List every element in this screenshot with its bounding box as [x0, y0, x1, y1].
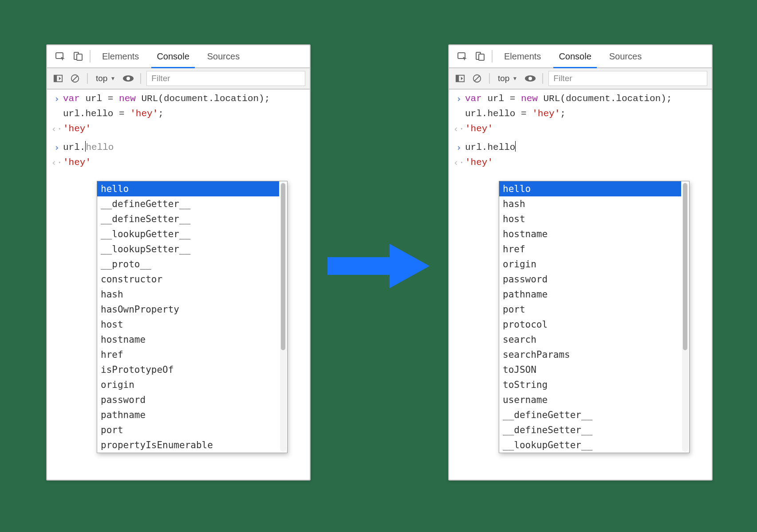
svg-line-6 [73, 76, 78, 81]
autocomplete-item-selected[interactable]: hello [97, 181, 279, 196]
live-expression-icon[interactable] [122, 72, 135, 85]
autocomplete-item[interactable]: __defineSetter__ [97, 211, 279, 227]
filter-placeholder: Filter [553, 74, 572, 83]
filter-input[interactable]: Filter [548, 71, 707, 86]
divider [90, 50, 91, 63]
context-label: top [96, 74, 107, 83]
autocomplete-item[interactable]: port [97, 422, 279, 438]
svg-rect-4 [54, 75, 57, 82]
autocomplete-item[interactable]: __proto__ [97, 257, 279, 272]
autocomplete-item[interactable]: host [97, 317, 279, 332]
autocomplete-item[interactable]: origin [97, 377, 279, 392]
tab-sources[interactable]: Sources [198, 45, 248, 67]
autocomplete-item[interactable]: port [499, 302, 681, 317]
autocomplete-item[interactable]: hasOwnProperty [97, 302, 279, 317]
clear-console-icon[interactable] [68, 72, 82, 85]
input-chevron-icon: › [51, 91, 63, 106]
tab-elements[interactable]: Elements [495, 45, 550, 67]
console-input-row-2: url.hello = 'hey'; [449, 106, 712, 121]
tab-console[interactable]: Console [148, 45, 198, 67]
preview-value: 'hey' [63, 155, 91, 170]
autocomplete-item[interactable]: hostname [97, 332, 279, 347]
autocomplete-item[interactable]: __lookupSetter__ [97, 242, 279, 257]
autocomplete-item[interactable]: hostname [499, 227, 681, 242]
autocomplete-item[interactable]: toString [499, 377, 681, 392]
autocomplete-item[interactable]: propertyIsEnumerable [97, 438, 279, 453]
transition-arrow-icon [323, 239, 434, 293]
device-toolbar-icon[interactable] [471, 47, 489, 65]
console-toolbar: top ▼ Filter [449, 68, 712, 90]
inspect-element-icon[interactable] [51, 47, 69, 65]
filter-input[interactable]: Filter [146, 71, 305, 86]
console-sidebar-toggle-icon[interactable] [453, 72, 467, 85]
autocomplete-item[interactable]: __defineGetter__ [499, 407, 681, 422]
autocomplete-item[interactable]: hash [97, 287, 279, 302]
autocomplete-item[interactable]: search [499, 332, 681, 347]
autocomplete-item[interactable]: isPrototypeOf [97, 362, 279, 377]
autocomplete-item[interactable]: constructor [97, 272, 279, 287]
tab-bar: Elements Console Sources [449, 45, 712, 68]
autocomplete-item[interactable]: username [499, 392, 681, 407]
autocomplete-item[interactable]: password [499, 272, 681, 287]
preview-value: 'hey' [465, 155, 493, 170]
live-expression-icon[interactable] [524, 72, 537, 85]
autocomplete-popup[interactable]: hello __defineGetter____defineSetter____… [97, 181, 288, 453]
clear-console-icon[interactable] [470, 72, 484, 85]
autocomplete-item[interactable]: password [97, 392, 279, 407]
devtools-panel-before: Elements Console Sources top ▼ Filter [46, 44, 311, 481]
context-label: top [498, 74, 509, 83]
divider [87, 73, 88, 84]
console-input-row: › var url = new URL(document.location); [47, 91, 310, 106]
console-output-row: ‹· 'hey' [47, 121, 310, 137]
output-chevron-icon: ‹· [453, 121, 465, 137]
autocomplete-item[interactable]: pathname [499, 287, 681, 302]
scrollbar[interactable] [682, 182, 688, 452]
tab-elements[interactable]: Elements [93, 45, 148, 67]
autocomplete-list[interactable]: hello hashhosthostnamehreforiginpassword… [499, 181, 689, 453]
autocomplete-item-selected[interactable]: hello [499, 181, 681, 196]
autocomplete-item[interactable]: protocol [499, 317, 681, 332]
device-toolbar-icon[interactable] [69, 47, 87, 65]
chevron-down-icon: ▼ [110, 75, 115, 82]
output-chevron-icon: ‹· [51, 155, 63, 170]
divider [542, 73, 543, 84]
autocomplete-item[interactable]: searchParams [499, 347, 681, 362]
output-chevron-icon: ‹· [453, 155, 465, 170]
autocomplete-item[interactable]: __lookupGetter__ [97, 227, 279, 242]
autocomplete-item[interactable]: origin [499, 257, 681, 272]
autocomplete-item[interactable]: toJSON [499, 362, 681, 377]
autocomplete-list[interactable]: hello __defineGetter____defineSetter____… [97, 181, 287, 453]
code-line-2: url.hello = 'hey'; [465, 106, 566, 121]
divider [489, 73, 490, 84]
autocomplete-item[interactable]: host [499, 211, 681, 227]
autocomplete-item[interactable]: href [499, 242, 681, 257]
context-picker[interactable]: top ▼ [495, 74, 520, 83]
console-prompt-row[interactable]: › url.hello [449, 140, 712, 155]
input-chevron-icon: › [51, 140, 63, 155]
tab-console[interactable]: Console [550, 45, 600, 67]
svg-rect-13 [456, 75, 459, 82]
autocomplete-item[interactable]: pathname [97, 407, 279, 422]
context-picker[interactable]: top ▼ [93, 74, 118, 83]
text-cursor [515, 141, 516, 152]
input-chevron-icon: › [453, 91, 465, 106]
scrollbar-thumb[interactable] [281, 183, 285, 350]
autocomplete-item[interactable]: hash [499, 196, 681, 211]
prompt-code[interactable]: url.hello [465, 140, 516, 155]
autocomplete-item[interactable]: __lookupGetter__ [499, 438, 681, 453]
console-sidebar-toggle-icon[interactable] [51, 72, 65, 85]
autocomplete-popup[interactable]: hello hashhosthostnamehreforiginpassword… [499, 181, 690, 453]
code-line-1: var url = new URL(document.location); [63, 91, 270, 106]
console-toolbar: top ▼ Filter [47, 68, 310, 90]
tab-sources[interactable]: Sources [600, 45, 651, 67]
scrollbar-thumb[interactable] [683, 183, 687, 350]
autocomplete-item[interactable]: __defineGetter__ [97, 196, 279, 211]
prompt-code[interactable]: url.hello [63, 140, 114, 155]
autocomplete-item[interactable]: __defineSetter__ [499, 422, 681, 438]
console-prompt-row[interactable]: › url.hello [47, 140, 310, 155]
scrollbar[interactable] [280, 182, 286, 452]
inspect-element-icon[interactable] [453, 47, 471, 65]
output-value: 'hey' [465, 121, 493, 137]
autocomplete-item[interactable]: href [97, 347, 279, 362]
console-preview-row: ‹· 'hey' [47, 155, 310, 170]
